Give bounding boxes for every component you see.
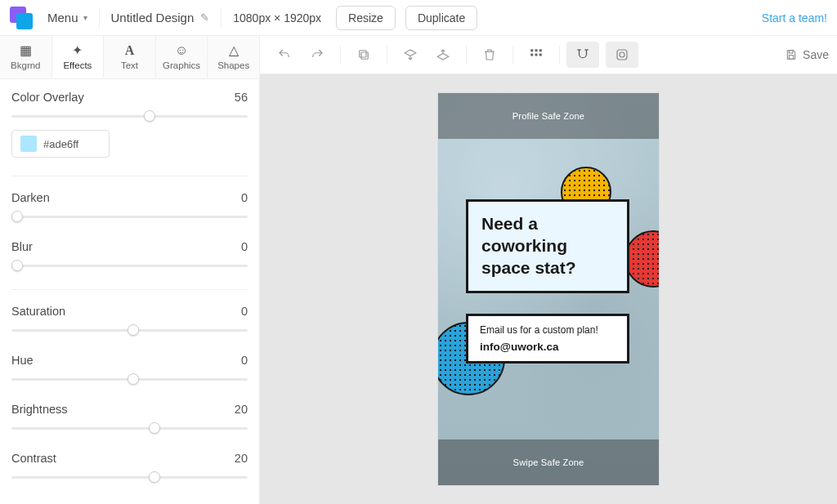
separator [340, 46, 341, 64]
canvas-dimensions: 1080px × 1920px [233, 11, 321, 25]
separator [512, 46, 513, 64]
control-value: 0 [241, 191, 248, 204]
control-value: 0 [241, 240, 248, 253]
svg-point-9 [620, 52, 624, 57]
caret-down-icon: ▾ [83, 13, 87, 22]
control-label: Darken [11, 191, 50, 204]
tab-text[interactable]: A Text [104, 36, 156, 78]
canvas-area: Save Need a coworking space stat? Email … [260, 36, 837, 504]
cta-email: info@uwork.ca [480, 341, 615, 353]
color-swatch [20, 136, 37, 152]
layer-up-button[interactable] [427, 42, 459, 68]
svg-rect-3 [535, 49, 538, 51]
smiley-icon: ☺ [175, 44, 188, 57]
cta-card[interactable]: Email us for a custom plan! info@uwork.c… [466, 314, 629, 364]
blur-slider[interactable] [11, 260, 248, 271]
sidebar-tabs: ▦ Bkgrnd ✦ Effects A Text ☺ Graphics △ S… [0, 36, 259, 79]
svg-rect-0 [361, 52, 368, 59]
effects-panel: Color Overlay 56 #ade6ff Darken 0 [0, 79, 259, 504]
separator [387, 46, 387, 64]
control-contrast: Contrast 20 [11, 452, 248, 483]
control-label: Brightness [11, 403, 68, 416]
hue-slider[interactable] [11, 373, 248, 385]
app-logo [10, 7, 33, 29]
control-label: Blur [11, 240, 33, 253]
control-value: 56 [235, 91, 248, 104]
divider [11, 176, 248, 176]
svg-rect-2 [530, 49, 533, 51]
delete-button[interactable] [473, 42, 506, 68]
save-label: Save [803, 48, 829, 61]
color-hex: #ade6ff [43, 138, 78, 150]
start-team-link[interactable]: Start a team! [762, 11, 827, 25]
control-color-overlay: Color Overlay 56 #ade6ff [11, 91, 248, 158]
headline-text: Need a coworking space stat? [481, 213, 614, 279]
separator [221, 8, 222, 28]
safezone-label: Profile Safe Zone [512, 111, 584, 121]
control-label: Hue [11, 354, 34, 367]
control-blur: Blur 0 [11, 240, 248, 271]
design-title[interactable]: Untitled Design ✎ [111, 11, 210, 25]
title-text: Untitled Design [111, 11, 195, 25]
tab-bkgrnd[interactable]: ▦ Bkgrnd [0, 36, 52, 78]
svg-rect-8 [617, 50, 627, 60]
control-label: Contrast [11, 452, 56, 465]
pencil-icon: ✎ [200, 11, 209, 24]
tab-label: Effects [63, 60, 92, 70]
control-saturation: Saturation 0 [11, 305, 248, 336]
control-darken: Darken 0 [11, 191, 248, 222]
control-hue: Hue 0 [11, 354, 248, 385]
swipe-safe-zone: Swipe Safe Zone [438, 439, 659, 485]
control-label: Color Overlay [11, 91, 84, 104]
tab-label: Bkgrnd [11, 60, 40, 70]
color-overlay-slider[interactable] [11, 110, 248, 122]
svg-rect-10 [789, 51, 793, 53]
canvas-stage[interactable]: Need a coworking space stat? Email us fo… [260, 74, 837, 504]
tab-label: Graphics [163, 60, 200, 70]
top-bar: Menu ▾ Untitled Design ✎ 1080px × 1920px… [0, 0, 837, 36]
svg-rect-7 [539, 54, 542, 56]
control-brightness: Brightness 20 [11, 403, 248, 434]
copy-button[interactable] [347, 42, 380, 68]
sidebar: ▦ Bkgrnd ✦ Effects A Text ☺ Graphics △ S… [0, 36, 260, 504]
safezone-label: Swipe Safe Zone [513, 457, 584, 467]
brightness-slider[interactable] [11, 422, 248, 434]
cta-text: Email us for a custom plan! [480, 324, 615, 336]
undo-button[interactable] [268, 42, 301, 68]
triangle-icon: △ [229, 44, 239, 57]
control-label: Saturation [11, 305, 65, 318]
tab-label: Text [121, 60, 138, 70]
safezone-toggle[interactable] [606, 42, 638, 68]
svg-rect-1 [360, 51, 366, 57]
wand-icon: ✦ [72, 44, 83, 57]
tab-label: Shapes [217, 60, 249, 70]
grid-button[interactable] [520, 42, 553, 68]
control-value: 0 [241, 354, 248, 367]
darken-slider[interactable] [11, 211, 248, 222]
saturation-slider[interactable] [11, 324, 248, 336]
contrast-slider[interactable] [11, 471, 248, 483]
menu-label: Menu [47, 11, 78, 25]
divider [11, 289, 248, 290]
svg-rect-5 [530, 54, 533, 56]
svg-rect-4 [539, 49, 542, 51]
layer-down-button[interactable] [394, 42, 427, 68]
redo-button[interactable] [301, 42, 333, 68]
save-button[interactable]: Save [785, 48, 829, 61]
headline-card[interactable]: Need a coworking space stat? [466, 199, 629, 293]
resize-button[interactable]: Resize [336, 6, 396, 30]
tab-shapes[interactable]: △ Shapes [208, 36, 259, 78]
svg-rect-6 [535, 54, 538, 56]
separator [559, 46, 560, 64]
duplicate-button[interactable]: Duplicate [405, 6, 477, 30]
menu-dropdown[interactable]: Menu ▾ [47, 11, 87, 25]
control-value: 0 [241, 305, 248, 318]
artboard[interactable]: Need a coworking space stat? Email us fo… [438, 93, 659, 485]
color-swatch-input[interactable]: #ade6ff [11, 130, 110, 158]
snap-button[interactable] [566, 42, 599, 68]
tab-graphics[interactable]: ☺ Graphics [156, 36, 208, 78]
canvas-toolbar: Save [260, 36, 837, 74]
tab-effects[interactable]: ✦ Effects [52, 36, 105, 78]
control-value: 20 [235, 452, 248, 465]
separator [99, 8, 100, 28]
